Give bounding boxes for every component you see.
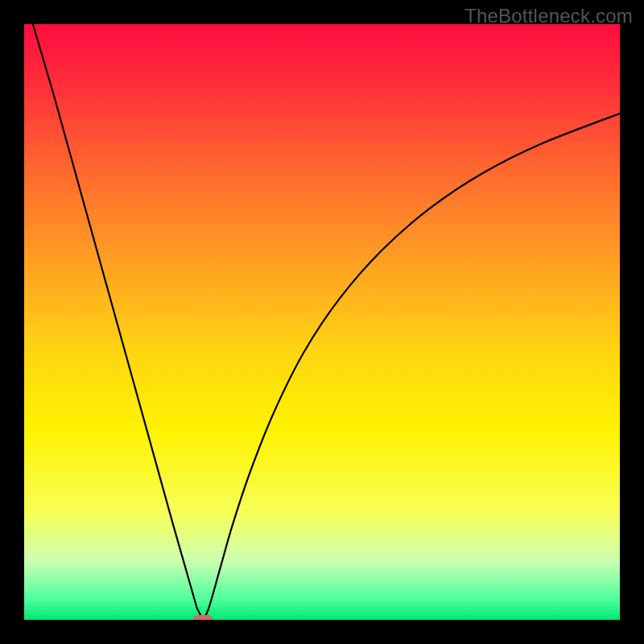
svg-rect-0 xyxy=(193,615,213,620)
chart-svg xyxy=(24,24,620,620)
optimum-marker xyxy=(193,615,213,620)
chart-container: TheBottleneck.com xyxy=(0,0,644,644)
watermark-text: TheBottleneck.com xyxy=(464,5,633,27)
plot-area xyxy=(24,24,620,620)
